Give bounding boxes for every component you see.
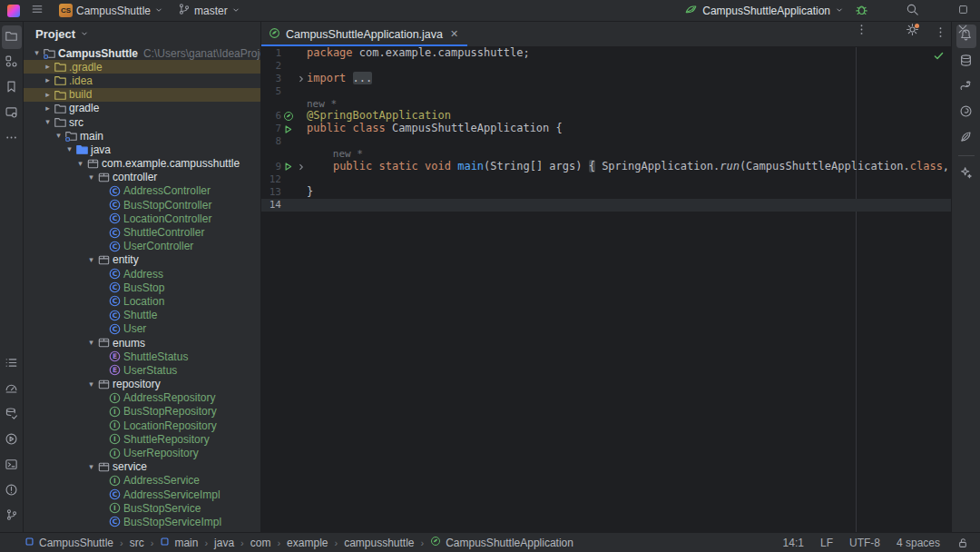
tree-node-CampusShuttle[interactable]: ▾CampusShuttleC:\Users\ganat\IdeaProject… (24, 46, 260, 60)
tree-node-.idea[interactable]: ▸.idea (24, 74, 260, 87)
tree-node-.gradle[interactable]: ▸.gradle (24, 60, 260, 74)
tree-chevron-icon[interactable]: ▾ (85, 171, 97, 184)
tree-chevron-icon[interactable]: ▸ (42, 60, 54, 74)
code-line-6[interactable]: 6@SpringBootApplication (261, 110, 951, 123)
tree-chevron-icon[interactable]: ▸ (42, 102, 54, 115)
tree-node-AddressController[interactable]: CAddressController (24, 184, 260, 198)
tool-window-button-run[interactable] (2, 429, 22, 452)
tree-node-LocationController[interactable]: CLocationController (24, 212, 260, 225)
write-access-lock-icon[interactable] (956, 537, 969, 549)
code-line-7[interactable]: 7public class CampusShuttleApplication { (261, 123, 951, 135)
tool-window-button-ai-assistant[interactable] (956, 162, 976, 185)
tool-window-button-profiler[interactable] (2, 378, 22, 401)
tree-node-BusStopService[interactable]: IBusStopService (24, 501, 260, 515)
tree-node-ShuttleStatus[interactable]: EShuttleStatus (24, 350, 260, 363)
code-vision-inlay[interactable]: new * (261, 148, 951, 161)
tool-window-button-todo[interactable] (2, 352, 22, 376)
tree-chevron-icon[interactable]: ▸ (42, 74, 54, 87)
tree-node-Location[interactable]: CLocation (24, 294, 260, 308)
editor-tab[interactable]: CampusShuttleApplication.java ✕ (261, 22, 467, 46)
tree-node-com.example.campusshuttle[interactable]: ▾com.example.campusshuttle (24, 157, 260, 171)
tree-node-BusStopServiceImpl[interactable]: CBusStopServiceImpl (24, 515, 260, 528)
tool-window-button-bookmarks[interactable] (2, 76, 22, 100)
tree-chevron-icon[interactable]: ▾ (64, 143, 75, 156)
inspections-ok-icon[interactable] (933, 50, 945, 64)
fold-chevron-icon[interactable] (295, 73, 307, 85)
close-button[interactable] (951, 21, 975, 41)
project-widget[interactable]: CS CampusShuttle (54, 2, 168, 19)
tree-node-service[interactable]: ▾service (24, 460, 260, 474)
tree-node-gradle[interactable]: ▸gradle (24, 102, 260, 115)
tree-chevron-icon[interactable]: ▾ (53, 129, 64, 143)
springGutter-icon[interactable] (281, 110, 295, 123)
tool-window-button-version-control[interactable] (2, 505, 22, 528)
fold-chevron-icon[interactable] (295, 161, 307, 173)
tool-window-button-structure[interactable] (2, 51, 22, 74)
tree-node-BusStopRepository[interactable]: IBusStopRepository (24, 405, 260, 419)
code-line-3[interactable]: 3import ... (261, 73, 951, 85)
tree-node-enums[interactable]: ▾enums (24, 336, 260, 350)
tool-window-button-problems[interactable] (2, 479, 22, 503)
code-line-2[interactable]: 2 (261, 60, 951, 73)
tree-node-build[interactable]: ▸build (24, 88, 260, 102)
tree-chevron-icon[interactable]: ▾ (42, 115, 54, 129)
tree-node-UserRepository[interactable]: IUserRepository (24, 446, 260, 459)
tree-chevron-icon[interactable]: ▾ (85, 378, 97, 391)
more-run-options[interactable] (849, 21, 873, 41)
tree-node-BusStop[interactable]: CBusStop (24, 281, 260, 294)
code-line-13[interactable]: 13} (261, 186, 951, 199)
tool-window-button-more-tool-windows[interactable] (2, 127, 22, 151)
tool-window-button-beans[interactable] (956, 101, 976, 124)
tree-node-User[interactable]: CUser (24, 322, 260, 336)
tree-node-Shuttle[interactable]: CShuttle (24, 309, 260, 322)
tool-window-button-services[interactable] (2, 403, 22, 427)
code-editor[interactable]: 1package com.example.campusshuttle;23imp… (261, 47, 951, 532)
tree-node-java[interactable]: ▾java (24, 143, 260, 156)
settings[interactable] (900, 21, 924, 41)
tree-node-repository[interactable]: ▾repository (24, 378, 260, 391)
tree-node-LocationRepository[interactable]: ILocationRepository (24, 419, 260, 432)
tree-chevron-icon[interactable]: ▸ (42, 88, 54, 102)
breadcrumb-main[interactable]: main (160, 537, 198, 549)
main-menu-button[interactable] (25, 1, 49, 21)
breadcrumb-CampusShuttle[interactable]: CampusShuttle (24, 537, 113, 549)
tree-node-UserStatus[interactable]: EUserStatus (24, 363, 260, 377)
tool-window-button-terminal[interactable] (2, 454, 22, 478)
tree-node-controller[interactable]: ▾controller (24, 171, 260, 184)
status-widget-4-spaces[interactable]: 4 spaces (897, 537, 940, 549)
code-line-9[interactable]: 9 public static void main(String[] args)… (261, 161, 951, 173)
code-line-8[interactable]: 8 (261, 135, 951, 148)
code-vision-inlay[interactable]: new * (261, 98, 951, 111)
tree-chevron-icon[interactable]: ▾ (85, 460, 97, 474)
code-line-12[interactable]: 12 (261, 173, 951, 186)
tree-node-src[interactable]: ▾src (24, 115, 260, 129)
status-widget-14-1[interactable]: 14:1 (783, 537, 804, 549)
tree-chevron-icon[interactable]: ▾ (85, 336, 97, 350)
vcs-branch-widget[interactable]: master (173, 1, 245, 20)
maximize-button[interactable] (951, 1, 975, 21)
breadcrumb-campusshuttle[interactable]: campusshuttle (344, 537, 414, 549)
project-panel-title[interactable]: Project (35, 27, 75, 41)
tree-node-ShuttleController[interactable]: CShuttleController (24, 225, 260, 239)
tree-node-main[interactable]: ▾main (24, 129, 260, 143)
breadcrumb-com[interactable]: com (250, 537, 271, 549)
tree-chevron-icon[interactable]: ▾ (85, 253, 97, 267)
tree-node-UserController[interactable]: CUserController (24, 240, 260, 253)
status-widget-UTF-8[interactable]: UTF-8 (849, 537, 880, 549)
code-line-14[interactable]: 14 (261, 199, 951, 212)
tree-node-Address[interactable]: CAddress (24, 267, 260, 281)
runGutter-icon[interactable] (281, 123, 295, 135)
search-everywhere[interactable] (900, 1, 924, 21)
debug-button[interactable] (849, 1, 873, 21)
code-line-1[interactable]: 1package com.example.campusshuttle; (261, 47, 951, 60)
status-widget-LF[interactable]: LF (820, 537, 833, 549)
tree-chevron-icon[interactable]: ▾ (74, 157, 86, 171)
tree-node-BusStopController[interactable]: CBusStopController (24, 198, 260, 212)
code-line-5[interactable]: 5 (261, 85, 951, 98)
tool-window-button-gradle[interactable] (956, 75, 976, 99)
tree-node-ShuttleRepository[interactable]: IShuttleRepository (24, 432, 260, 446)
tab-close-icon[interactable]: ✕ (450, 28, 458, 40)
tool-window-button-spring[interactable] (956, 126, 976, 150)
tree-chevron-icon[interactable]: ▾ (31, 46, 43, 60)
breadcrumb-example[interactable]: example (287, 537, 328, 549)
